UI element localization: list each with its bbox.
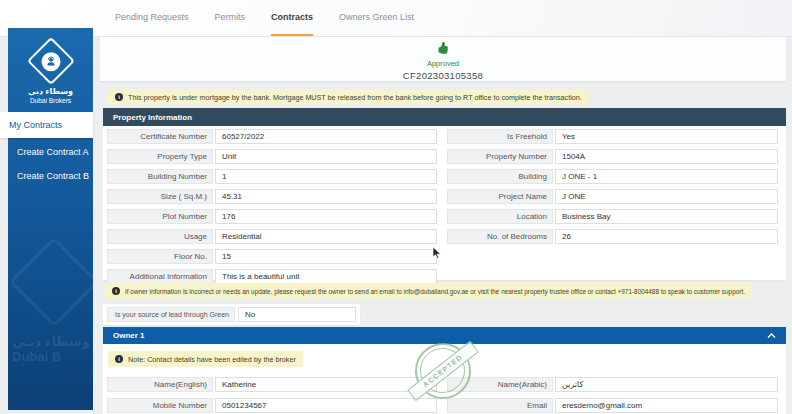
dubai-brokers-logo-icon (26, 37, 74, 85)
owner-1-header[interactable]: Owner 1 (103, 327, 786, 344)
property-number-value: 1504A (555, 149, 778, 164)
field-label: Location (447, 209, 553, 224)
field-label: Additional Information (107, 269, 213, 284)
additional-information-value: This is a beautiful unit (215, 269, 437, 284)
contact-edited-note-text: Note: Contact details have been edited b… (128, 355, 296, 364)
is-freehold-value: Yes (555, 129, 778, 144)
sidebar-item-create-contract-a[interactable]: Create Contract A (8, 140, 93, 164)
tab-owners-green-list[interactable]: Owners Green List (339, 0, 414, 36)
logo-english-text: Dubai Brokers (8, 97, 93, 104)
mobile-number-value: 0501234567 (215, 398, 437, 413)
sidebar-item-my-contracts[interactable]: My Contracts (0, 112, 93, 138)
app-logo: وسطاء دبي Dubai Brokers (8, 36, 93, 104)
floor-no-value: 15 (215, 249, 437, 264)
thumbs-up-icon (437, 42, 449, 54)
sidebar-watermark-diamond (9, 237, 93, 328)
field-label: Certificate Number (107, 129, 213, 144)
tab-permits[interactable]: Permits (215, 0, 246, 36)
contract-number: CF202303105358 (100, 70, 786, 81)
field-label: Name(Arabic) (447, 377, 553, 392)
field-label: No. of Bedrooms (447, 229, 553, 244)
field-label: Building Number (107, 169, 213, 184)
usage-value: Residential (215, 229, 437, 244)
person-group-icon (44, 55, 57, 68)
sidebar: وسطاء دبي Dubai Brokers وسطاء دبـي Dubai… (8, 28, 93, 410)
field-label: Mobile Number (107, 398, 213, 413)
field-label: Plot Number (107, 209, 213, 224)
info-icon: i (115, 93, 123, 101)
size-value: 45.31 (215, 189, 437, 204)
info-icon: i (112, 287, 120, 295)
contract-status-card: Approved CF202303105358 (100, 37, 786, 81)
info-icon: i (115, 355, 123, 363)
no-of-bedrooms-value: 26 (555, 229, 778, 244)
location-value: Business Bay (555, 209, 778, 224)
property-information-title: Property Information (113, 113, 192, 122)
field-label: Name(English) (107, 377, 213, 392)
field-label: Property Type (107, 149, 213, 164)
certificate-number-value: 60527/2022 (215, 129, 437, 144)
owner-update-notice-text: If owner information is incorrect or nee… (125, 288, 745, 295)
lead-question-value: No (238, 307, 356, 322)
tab-contracts[interactable]: Contracts (271, 0, 313, 36)
field-label: Project Name (447, 189, 553, 204)
field-label: Building (447, 169, 553, 184)
tab-pending-requests[interactable]: Pending Requests (115, 0, 189, 36)
chevron-up-icon[interactable] (767, 333, 776, 339)
building-value: J ONE - 1 (555, 169, 778, 184)
property-type-value: Unit (215, 149, 437, 164)
owner-1-title: Owner 1 (113, 331, 145, 340)
field-label: Floor No. (107, 249, 213, 264)
project-name-value: J ONE (555, 189, 778, 204)
contact-edited-note: i Note: Contact details have been edited… (108, 351, 303, 367)
building-number-value: 1 (215, 169, 437, 184)
field-label: Email (447, 398, 553, 413)
field-label: Is Freehold (447, 129, 553, 144)
logo-arabic-text: وسطاء دبي (8, 87, 93, 96)
field-label: Property Number (447, 149, 553, 164)
tab-bar: Pending Requests Permits Contracts Owner… (115, 0, 414, 36)
email-value: eresdemo@gmail.com (555, 398, 778, 413)
status-badge: Approved (100, 59, 786, 68)
property-information-header: Property Information (103, 108, 786, 126)
field-label: Size ( Sq.M.) (107, 189, 213, 204)
name-arabic-value: كاثرين (555, 377, 778, 392)
lead-question-label: Is your source of lead through Green Lis… (107, 307, 235, 322)
sidebar-watermark-text: وسطاء دبـي Dubai B (12, 334, 93, 364)
owner-update-notice: i If owner information is incorrect or n… (105, 283, 752, 299)
sidebar-item-create-contract-b[interactable]: Create Contract B (8, 164, 93, 188)
dubai-brokers-app: Pending Requests Permits Contracts Owner… (0, 0, 792, 414)
mortgage-notice-text: This property is under mortgage by the b… (128, 93, 582, 102)
field-label: Usage (107, 229, 213, 244)
plot-number-value: 176 (215, 209, 437, 224)
mortgage-notice: i This property is under mortgage by the… (108, 90, 589, 104)
mouse-cursor-icon (432, 246, 442, 260)
name-english-value: Katherine (215, 377, 437, 392)
